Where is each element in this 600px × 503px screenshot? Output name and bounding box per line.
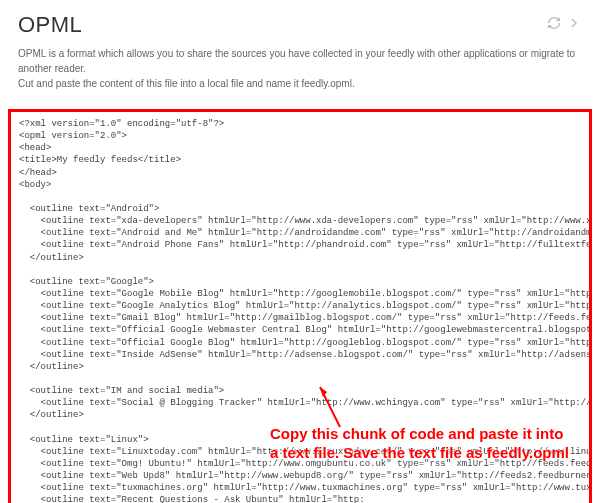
desc-line-1: OPML is a format which allows you to sha… (18, 46, 582, 76)
desc-line-2: Cut and paste the content of this file i… (18, 76, 582, 91)
refresh-icon[interactable] (546, 15, 562, 35)
description: OPML is a format which allows you to sha… (18, 46, 582, 91)
page-header: OPML OPML is a format which allows you t… (0, 0, 600, 109)
chevron-right-icon[interactable] (566, 15, 582, 35)
annotation-text: Copy this chunk of code and paste it int… (270, 425, 570, 463)
page-title: OPML (18, 12, 82, 38)
nav-icons (546, 15, 582, 35)
title-row: OPML (18, 12, 582, 38)
